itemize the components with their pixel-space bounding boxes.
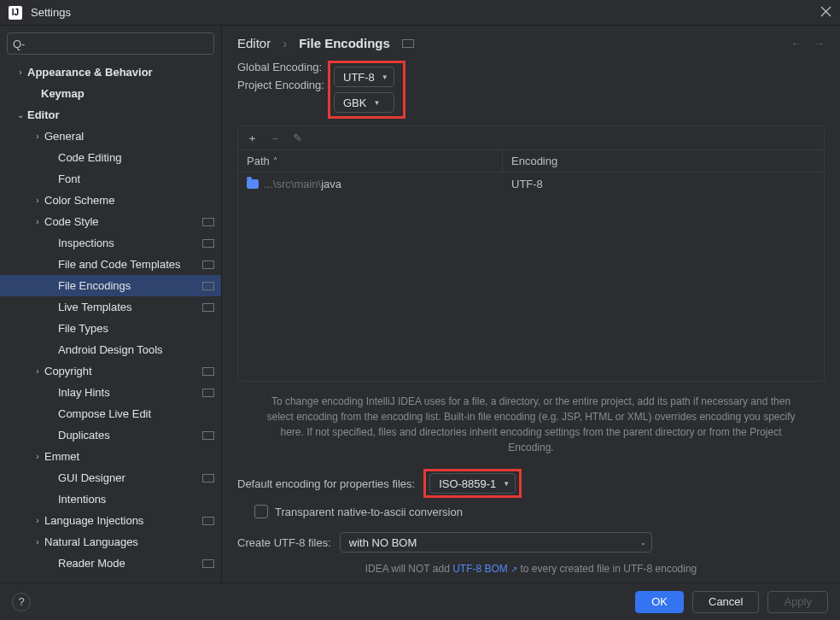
scope-icon — [202, 303, 214, 312]
tree-item-label: Android Design Tools — [58, 343, 214, 356]
tree-item-label: Font — [58, 173, 214, 185]
tree-item-label: Inspections — [58, 237, 202, 249]
create-utf8-combo[interactable]: with NO BOM ⌄ — [340, 532, 652, 553]
global-encoding-label: Global Encoding: — [237, 61, 331, 73]
scope-icon — [202, 474, 214, 483]
tree-item-label: Live Templates — [58, 301, 202, 313]
tree-item[interactable]: Inspections — [0, 232, 221, 254]
remove-icon[interactable]: － — [270, 131, 281, 146]
tree-item[interactable]: Live Templates — [0, 296, 221, 318]
encoding-highlight: UTF-8 ▼ GBK ▼ — [328, 61, 405, 119]
tree-item[interactable]: ›Color Scheme — [0, 190, 221, 211]
transparent-label: Transparent native-to-ascii conversion — [275, 506, 463, 518]
tree-item[interactable]: ›Code Style — [0, 211, 221, 232]
tree-item[interactable]: File and Code Templates — [0, 254, 221, 275]
bom-link[interactable]: UTF-8 BOM ↗ — [452, 563, 517, 575]
nav-arrows: ← → — [790, 37, 825, 50]
chevron-icon: › — [31, 196, 44, 205]
chevron-down-icon: ▼ — [373, 99, 380, 107]
chevron-icon: › — [31, 132, 44, 141]
tree-item[interactable]: Duplicates — [0, 424, 221, 446]
project-encoding-combo[interactable]: GBK ▼ — [334, 92, 394, 113]
chevron-down-icon: ⌄ — [640, 539, 646, 547]
tree-item-label: File and Code Templates — [58, 258, 202, 271]
tree-item-label: Duplicates — [58, 429, 202, 442]
create-utf8-label: Create UTF-8 files: — [237, 536, 331, 549]
tree-item-label: Copyright — [44, 365, 202, 377]
tree-item-label: Emmet — [44, 450, 214, 463]
sidebar: Q- ›Appearance & BehaviorKeymap⌄Editor›G… — [0, 26, 222, 582]
props-encoding-highlight: ISO-8859-1 ▼ — [423, 469, 522, 498]
tree-item[interactable]: ›Natural Languages — [0, 531, 221, 553]
chevron-icon: › — [14, 67, 27, 77]
col-encoding[interactable]: Encoding — [503, 155, 824, 167]
back-icon[interactable]: ← — [790, 37, 802, 50]
edit-icon[interactable]: ✎ — [293, 132, 302, 144]
breadcrumb-sep: › — [283, 36, 287, 50]
scope-icon — [202, 218, 214, 226]
breadcrumb-parent[interactable]: Editor — [237, 36, 271, 50]
tree-item[interactable]: Code Editing — [0, 147, 221, 168]
tree-item-label: Keymap — [41, 87, 214, 100]
tree-item[interactable]: ›Emmet — [0, 446, 221, 467]
tree-item-label: Reader Mode — [58, 557, 202, 570]
tree-item[interactable]: ›Appearance & Behavior — [0, 61, 221, 83]
tree-item[interactable]: ›Copyright — [0, 360, 221, 382]
breadcrumb-current: File Encodings — [299, 36, 390, 50]
footer: ? OK Cancel Apply — [0, 582, 840, 620]
table-row[interactable]: ...\src\main\javaUTF-8 — [238, 173, 824, 195]
tree-item-label: Intentions — [58, 493, 214, 506]
chevron-icon: › — [31, 452, 44, 461]
tree-item[interactable]: ⌄Editor — [0, 104, 221, 126]
tree-item[interactable]: Font — [0, 168, 221, 190]
ok-button[interactable]: OK — [635, 591, 684, 613]
close-icon[interactable] — [820, 6, 831, 20]
tree-item[interactable]: ›General — [0, 126, 221, 147]
global-encoding-combo[interactable]: UTF-8 ▼ — [334, 67, 394, 87]
tree-item-label: Editor — [27, 108, 214, 121]
props-encoding-combo[interactable]: ISO-8859-1 ▼ — [429, 473, 516, 494]
scope-icon — [202, 367, 214, 376]
table-header: Path ˄ Encoding — [238, 150, 824, 173]
chevron-icon: › — [31, 366, 44, 376]
sort-asc-icon: ˄ — [273, 156, 277, 166]
tree-item[interactable]: Keymap — [0, 83, 221, 104]
tree-item[interactable]: GUI Designer — [0, 467, 221, 488]
cancel-button[interactable]: Cancel — [692, 591, 759, 613]
search-prefix: Q- — [13, 38, 25, 50]
search-input[interactable]: Q- — [7, 32, 214, 55]
add-icon[interactable]: ＋ — [247, 131, 258, 146]
tree-item-label: Natural Languages — [44, 535, 214, 548]
tree-item-label: General — [44, 130, 214, 143]
tree-item[interactable]: Inlay Hints — [0, 382, 221, 403]
tree-item-label: Code Style — [44, 215, 202, 228]
transparent-checkbox[interactable] — [254, 505, 268, 518]
chevron-down-icon: ▼ — [503, 480, 510, 488]
tree-item-label: File Encodings — [58, 279, 202, 292]
tree-item[interactable]: Intentions — [0, 488, 221, 510]
external-link-icon: ↗ — [510, 564, 517, 574]
scope-icon — [402, 39, 414, 48]
tree-item[interactable]: ›Language Injections — [0, 510, 221, 531]
col-path[interactable]: Path ˄ — [238, 150, 503, 172]
folder-icon — [247, 179, 259, 189]
scope-icon — [202, 282, 214, 290]
tree-item[interactable]: File Types — [0, 318, 221, 339]
tree-item-label: Inlay Hints — [58, 386, 202, 399]
app-icon: IJ — [9, 6, 22, 20]
table-toolbar: ＋ － ✎ — [238, 126, 824, 150]
tree-item-label: Appearance & Behavior — [27, 66, 214, 79]
tree-item[interactable]: Compose Live Edit — [0, 403, 221, 424]
forward-icon[interactable]: → — [814, 37, 825, 50]
tree-item[interactable]: File Encodings — [0, 275, 221, 296]
scope-icon — [202, 260, 214, 269]
tree-item[interactable]: Reader Mode — [0, 553, 221, 574]
help-icon[interactable]: ? — [12, 593, 31, 611]
tree-item[interactable]: Android Design Tools — [0, 339, 221, 360]
search-field[interactable] — [28, 38, 208, 50]
apply-button[interactable]: Apply — [767, 591, 828, 613]
scope-icon — [202, 559, 214, 568]
transparent-checkbox-row[interactable]: Transparent native-to-ascii conversion — [237, 505, 825, 518]
tree-item-label: File Types — [58, 322, 214, 335]
scope-icon — [202, 431, 214, 440]
